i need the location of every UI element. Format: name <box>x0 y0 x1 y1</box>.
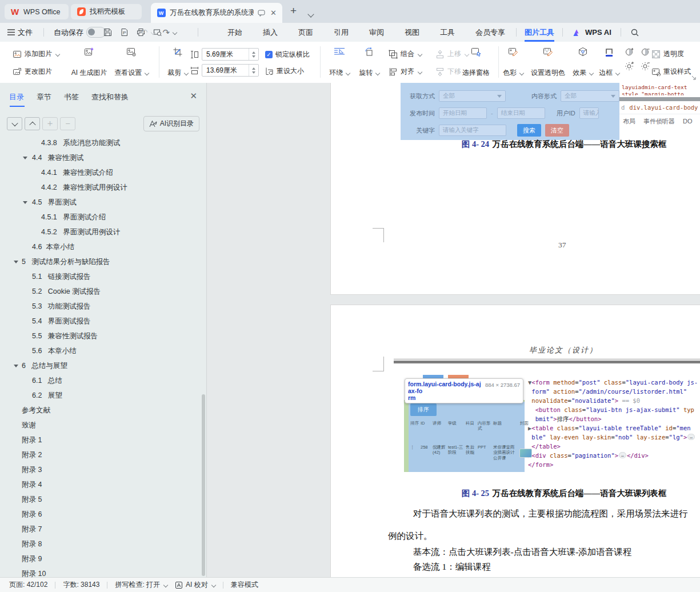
toc-item[interactable]: 4.6 本章小结 <box>0 239 201 254</box>
toc-item[interactable]: 5.6 本章小结 <box>0 343 201 358</box>
wps-ai-button[interactable]: WPS AI <box>573 23 611 42</box>
toc-item[interactable]: 5.2 Cookie 测试报告 <box>0 284 201 299</box>
ai-proofread-button[interactable]: AI 校对 <box>175 580 215 590</box>
set-transparent-color-button[interactable]: 设置透明色 <box>528 47 568 78</box>
height-stepper[interactable] <box>249 49 258 60</box>
sidebar-tab-chapters[interactable]: 章节 <box>37 92 51 107</box>
redo-dropdown-icon[interactable] <box>173 30 177 34</box>
word-count[interactable]: 字数: 38143 <box>63 580 99 590</box>
rotate-button[interactable]: 旋转 <box>355 47 383 78</box>
toc-item[interactable]: 附录 8 <box>0 537 201 551</box>
toc-item[interactable]: 4.4.2 兼容性测试用例设计 <box>0 180 201 195</box>
contrast-increase-icon[interactable] <box>625 47 634 57</box>
tab-wps-office[interactable]: W WPS Office <box>5 4 69 19</box>
toc-item[interactable]: 4.3.8 系统消息功能测试 <box>0 135 201 150</box>
toc-item[interactable]: 附录 2 <box>0 447 201 462</box>
toc-item[interactable]: 5.3 功能测试报告 <box>0 299 201 314</box>
toc-item[interactable]: 附录 3 <box>0 462 201 477</box>
collapse-arrow-icon[interactable] <box>14 365 18 367</box>
toc-item[interactable]: 4.5.1 界面测试介绍 <box>0 210 201 225</box>
menu-reference[interactable]: 引用 <box>334 27 349 38</box>
toc-item[interactable]: 附录 6 <box>0 507 201 522</box>
collapse-item-button[interactable] <box>25 117 40 130</box>
reset-size-button[interactable]: 重设大小 <box>265 63 310 79</box>
toc-item[interactable]: 6 总结与展望 <box>0 358 201 373</box>
toc-item[interactable]: 附录 5 <box>0 492 201 507</box>
wrap-text-button[interactable]: 环绕 <box>326 47 353 78</box>
view-settings-button[interactable]: 查看设置 <box>112 47 151 78</box>
comment-icon[interactable] <box>258 9 265 17</box>
toc-item[interactable]: 5.1 链接测试报告 <box>0 269 201 284</box>
toc-item[interactable]: 致谢 <box>0 418 201 433</box>
document-canvas[interactable]: 获取方式 全部 内容形式 全部 发布时间 开始日期 - 结束日期 用户ID 请输… <box>207 83 700 577</box>
ai-recognize-toc-button[interactable]: AI识别目录 <box>143 116 199 131</box>
toc-item[interactable]: 附录 1 <box>0 433 201 447</box>
brightness-increase-icon[interactable] <box>625 61 634 70</box>
picture-border-button[interactable]: 边框 <box>597 47 622 78</box>
toc-item[interactable]: 附录 7 <box>0 522 201 537</box>
spell-check-status[interactable]: 拼写检查: 打开 <box>115 580 167 590</box>
toc-item[interactable]: 4.5.2 界面测试用例设计 <box>0 225 201 239</box>
brightness-decrease-icon[interactable] <box>641 61 650 70</box>
selection-pane-button[interactable]: 选择窗格 <box>458 47 494 78</box>
save-icon[interactable] <box>103 27 113 37</box>
color-button[interactable]: 色彩 <box>501 47 526 78</box>
autosave-control[interactable]: 自动保存 <box>54 23 106 42</box>
crop-button[interactable]: 裁剪 <box>165 47 191 78</box>
menu-home[interactable]: 开始 <box>227 27 242 38</box>
lock-aspect-checkbox[interactable]: ✓ 锁定纵横比 <box>265 47 310 62</box>
picture-height-input[interactable]: 5.69厘米 <box>202 48 259 61</box>
undo-dropdown-icon[interactable] <box>150 30 155 34</box>
effects-button[interactable]: 效果 <box>570 47 595 78</box>
page-indicator[interactable]: 页面: 42/102 <box>9 580 47 590</box>
menu-picture-tools[interactable]: 图片工具 <box>525 23 554 42</box>
toc-item[interactable]: 5 测试结果分析与缺陷报告 <box>0 254 201 269</box>
tab-list-arrow-icon[interactable] <box>309 9 313 19</box>
toc-item[interactable]: 6.1 总结 <box>0 373 201 388</box>
add-picture-button[interactable]: 添加图片 <box>13 46 59 62</box>
export-pdf-icon[interactable]: P <box>119 27 129 37</box>
toc-item[interactable]: 4.4.1 兼容性测试介绍 <box>0 165 201 180</box>
collapse-arrow-icon[interactable] <box>23 201 27 204</box>
menu-view[interactable]: 视图 <box>405 27 419 38</box>
toc-item[interactable]: 附录 9 <box>0 551 201 566</box>
sidebar-tab-find-replace[interactable]: 查找和替换 <box>91 92 129 107</box>
transparency-button[interactable]: 透明度 <box>651 46 691 62</box>
tab-document[interactable]: W 万岳在线教育系统的系统测试 ✕ <box>151 3 282 23</box>
toc-item[interactable]: 6.2 展望 <box>0 388 201 403</box>
close-tab-icon[interactable]: ✕ <box>270 9 277 17</box>
expand-all-button[interactable]: ＋ <box>42 117 58 130</box>
menu-insert[interactable]: 插入 <box>263 27 278 38</box>
ai-generate-picture-button[interactable]: AI 生成图片 <box>69 47 110 78</box>
toc-item[interactable]: 参考文献 <box>0 403 201 418</box>
expand-item-button[interactable] <box>7 117 22 130</box>
sidebar-tab-contents[interactable]: 目录 <box>9 92 24 107</box>
picture-width-input[interactable]: 13.69厘米 <box>202 64 259 77</box>
change-picture-button[interactable]: 更改图片 <box>13 64 59 79</box>
ribbon-collapse-icon[interactable] <box>691 75 697 81</box>
width-stepper[interactable] <box>249 65 258 76</box>
menu-review[interactable]: 审阅 <box>369 27 384 38</box>
tab-docer[interactable]: 找稻壳模板 <box>71 4 142 19</box>
sidebar-tab-bookmarks[interactable]: 书签 <box>64 92 79 107</box>
toc-item[interactable]: 附录 4 <box>0 477 201 492</box>
file-menu[interactable]: 文件 <box>7 23 33 42</box>
collapse-arrow-icon[interactable] <box>14 261 18 263</box>
toc-item[interactable]: 4.4 兼容性测试 <box>0 150 201 165</box>
align-button[interactable]: 对齐 <box>389 64 422 79</box>
menu-tools[interactable]: 工具 <box>440 27 455 38</box>
group-button[interactable]: 组合 <box>389 46 422 62</box>
collapse-all-button[interactable]: － <box>60 117 75 130</box>
toc-item[interactable]: 4.5 界面测试 <box>0 195 201 210</box>
redo-icon[interactable]: ↷ <box>163 27 170 38</box>
contrast-decrease-icon[interactable] <box>641 47 650 57</box>
toc-item[interactable]: 5.5 兼容性测试报告 <box>0 329 201 343</box>
toc-item[interactable]: 5.4 界面测试报告 <box>0 314 201 329</box>
search-icon[interactable] <box>630 27 639 37</box>
close-sidebar-icon[interactable]: ✕ <box>190 91 197 101</box>
collapse-arrow-icon[interactable] <box>23 157 27 159</box>
undo-icon[interactable]: ↶ <box>141 27 148 38</box>
reset-style-button[interactable]: 重设样式 <box>651 64 691 79</box>
sidebar-scrollbar[interactable] <box>202 394 205 576</box>
menu-page[interactable]: 页面 <box>298 27 313 38</box>
